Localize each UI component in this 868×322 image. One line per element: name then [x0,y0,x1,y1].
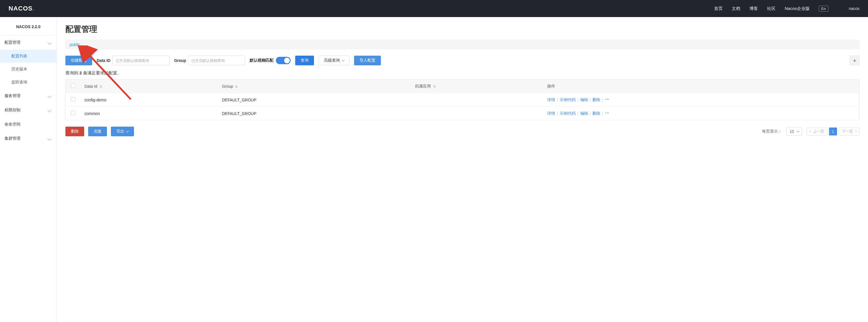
nav-link-community[interactable]: 社区 [767,6,776,11]
batch-export-button[interactable]: 导出 [111,127,134,136]
import-config-button[interactable]: 导入配置 [354,56,381,65]
sort-icon: ⇅ [433,84,436,88]
cell-ops: 详情|示例代码|编辑|删除|⋮ [542,93,859,107]
op-delete[interactable]: 删除 [592,111,600,115]
config-table: Data Id ⇅ Group ⇅ 归属应用 ⇅ 操作 config-demoD… [65,79,860,120]
more-icon[interactable]: ⋮ [605,97,610,102]
sidebar-item-listener-query[interactable]: 监听查询 [0,76,57,89]
per-page-value: 10 [789,129,794,134]
row-checkbox-cell [66,107,80,120]
chevron-down-icon [342,59,345,62]
chevron-right-icon [854,130,857,133]
current-user[interactable]: nacos [849,6,860,11]
chevron-down-icon [48,41,52,44]
op-example[interactable]: 示例代码 [560,111,576,115]
cell-group: DEFAULT_GROUP [217,107,410,120]
advanced-search-button[interactable]: 高级查询 [318,56,349,65]
table-row: commonDEFAULT_GROUP详情|示例代码|编辑|删除|⋮ [66,107,860,120]
cell-data-id: common [80,107,217,120]
batch-export-label: 导出 [116,129,124,134]
header-ops: 操作 [542,79,859,93]
op-detail[interactable]: 详情 [547,97,555,102]
batch-delete-button[interactable]: 删除 [65,127,84,136]
logo-text: NACOS [8,5,32,12]
fuzzy-match-label: 默认模糊匹配 [250,58,274,63]
sidebar-item-history[interactable]: 历史版本 [0,63,57,76]
page-number-current[interactable]: 1 [829,128,837,136]
more-icon[interactable]: ⋮ [605,111,610,115]
group-field: Group [174,56,245,65]
select-all-checkbox[interactable] [71,83,75,88]
search-button[interactable]: 查询 [295,56,314,65]
prev-page-button[interactable]: 上一页 [807,128,827,136]
sidebar-group-label: 配置管理 [5,40,21,45]
result-count: 2 [79,70,82,75]
table-footer: 删除 克隆 导出 每页显示： 10 上一页 1 [65,127,860,136]
header-group-label: Group [222,84,233,88]
header-app-label: 归属应用 [415,84,431,88]
top-navbar: NACOS. 首页 文档 博客 社区 Nacos企业版 En nacos [0,0,868,17]
header-app[interactable]: 归属应用 ⇅ [410,79,542,93]
nav-link-enterprise[interactable]: Nacos企业版 [785,6,810,11]
nav-link-home[interactable]: 首页 [714,6,723,11]
cell-app [410,93,542,107]
advanced-search-label: 高级查询 [324,58,340,63]
nav-links: 首页 文档 博客 社区 Nacos企业版 En nacos [714,6,860,12]
nav-link-docs[interactable]: 文档 [732,6,740,11]
op-detail[interactable]: 详情 [547,111,555,115]
plus-icon: ＋ [851,56,858,65]
logo-dot: . [32,5,34,12]
main-content: 配置管理 public 创建配置 Data ID Group 默认模糊匹配 查询 [57,17,868,322]
per-page-label: 每页显示： [762,129,782,134]
chevron-left-icon [809,130,812,133]
group-label: Group [174,58,186,63]
per-page-select[interactable]: 10 [786,127,802,136]
group-input[interactable] [188,56,245,65]
sidebar-group-label: 集群管理 [5,136,21,141]
chevron-down-icon [48,94,52,98]
chevron-down-icon [48,108,52,112]
op-edit[interactable]: 编辑 [580,111,588,115]
sidebar-group-namespace[interactable]: 命名空间 [0,117,57,132]
sidebar-group-permission[interactable]: 权限控制 [0,103,57,117]
op-edit[interactable]: 编辑 [580,97,588,102]
header-group[interactable]: Group ⇅ [217,79,410,93]
next-page-button[interactable]: 下一页 [839,128,860,136]
table-row: config-demoDEFAULT_GROUP详情|示例代码|编辑|删除|⋮ [66,93,860,107]
chevron-down-icon [48,137,52,141]
row-checkbox[interactable] [71,97,75,102]
data-id-label: Data ID [97,58,110,63]
logo[interactable]: NACOS. [8,5,35,12]
fuzzy-match-toggle[interactable] [276,57,291,64]
page-title: 配置管理 [65,24,860,35]
sidebar-item-config-list[interactable]: 配置列表 [0,50,57,63]
add-config-button[interactable]: ＋ [850,56,860,65]
op-delete[interactable]: 删除 [592,97,600,102]
nav-link-blog[interactable]: 博客 [749,6,758,11]
sidebar-group-service[interactable]: 服务管理 [0,89,57,103]
table-header-row: Data Id ⇅ Group ⇅ 归属应用 ⇅ 操作 [66,79,860,93]
next-page-label: 下一页 [842,129,853,134]
cell-group: DEFAULT_GROUP [217,93,410,107]
chevron-down-icon [797,130,800,133]
row-checkbox-cell [66,93,80,107]
sidebar: NACOS 2.2.0 配置管理 配置列表 历史版本 监听查询 服务管理 权限控… [0,17,57,322]
batch-clone-button[interactable]: 克隆 [88,127,107,136]
sidebar-group-cluster[interactable]: 集群管理 [0,132,57,146]
row-checkbox[interactable] [71,111,75,115]
prev-page-label: 上一页 [813,129,824,134]
header-data-id[interactable]: Data Id ⇅ [80,79,217,93]
sidebar-group-config[interactable]: 配置管理 [0,35,57,50]
sidebar-version: NACOS 2.2.0 [0,21,57,35]
data-id-input[interactable] [113,56,169,65]
sort-icon: ⇅ [99,85,102,88]
create-config-button[interactable]: 创建配置 [65,56,92,65]
result-suffix: 条满足要求的配置。 [82,70,121,75]
data-id-field: Data ID [97,56,169,65]
op-example[interactable]: 示例代码 [560,97,576,102]
toggle-knob [284,58,290,63]
sidebar-group-label: 命名空间 [5,122,21,127]
namespace-tab-public[interactable]: public [70,42,80,47]
sidebar-group-label: 服务管理 [5,94,21,99]
language-switch[interactable]: En [819,6,829,12]
